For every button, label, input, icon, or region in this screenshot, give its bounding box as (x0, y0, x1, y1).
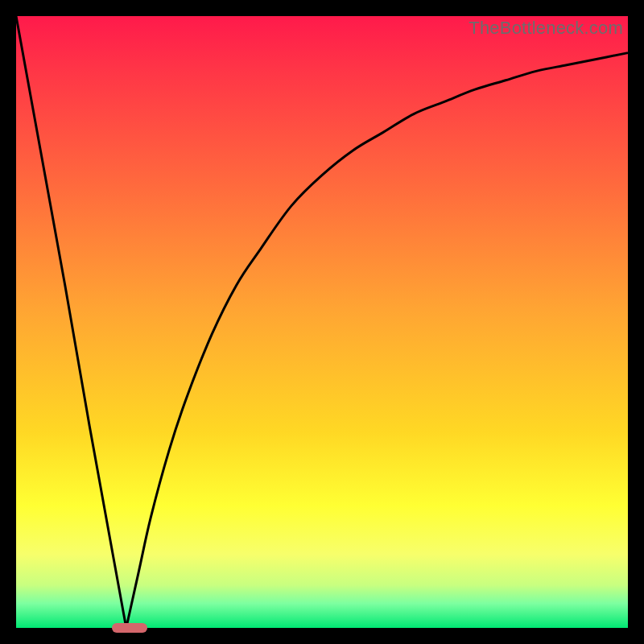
plot-area: TheBottleneck.com (16, 16, 628, 628)
curve-right-segment (126, 53, 628, 628)
curve-layer (16, 16, 628, 628)
curve-left-segment (16, 16, 126, 628)
chart-frame: TheBottleneck.com (0, 0, 644, 644)
min-marker (112, 623, 147, 633)
